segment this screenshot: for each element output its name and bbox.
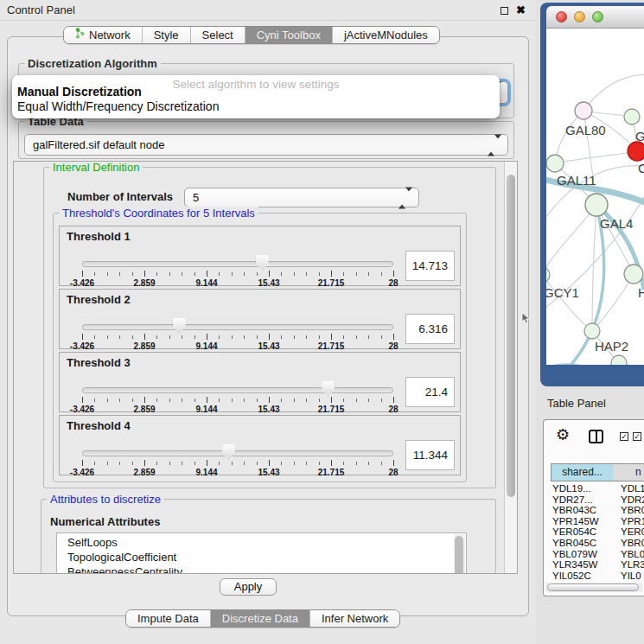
- threshold-slider[interactable]: -3.4262.8599.14415.4321.71528: [82, 379, 393, 413]
- tab-discretize-data[interactable]: Discretize Data: [210, 610, 309, 627]
- slider-handle[interactable]: [256, 255, 269, 271]
- table-row[interactable]: YDR27...YDR2: [544, 494, 644, 506]
- algorithm-dropdown-popup: Select algorithm to view settings Manual…: [12, 75, 500, 118]
- threshold-label: Threshold 1: [67, 230, 131, 243]
- node-label: H: [638, 285, 644, 300]
- network-window-titlebar: [546, 6, 644, 29]
- number-of-intervals-combobox[interactable]: 5: [184, 188, 419, 207]
- threshold-slider[interactable]: -3.4262.8599.14415.4321.71528: [82, 316, 393, 350]
- horizontal-scrollbar[interactable]: [545, 583, 642, 592]
- tab-cyni-toolbox[interactable]: Cyni Toolbox: [245, 27, 332, 43]
- tick-label: 15.43: [258, 278, 279, 288]
- table-row[interactable]: YBR045CYBR0: [544, 538, 644, 549]
- vertical-scrollbar[interactable]: [504, 162, 517, 573]
- settings-scrollpane: Interval Definition Number of Intervals …: [13, 161, 518, 574]
- network-node[interactable]: [624, 109, 640, 124]
- table-row[interactable]: YPR145WYPR1: [544, 516, 644, 527]
- slider-handle[interactable]: [322, 381, 335, 397]
- tab-label: Network: [89, 27, 131, 43]
- threshold-value-field[interactable]: 6.316: [405, 314, 455, 344]
- table-row[interactable]: YBR043CYBR0: [544, 505, 644, 516]
- tick-label: 28: [388, 468, 398, 477]
- minimize-traffic-light-icon[interactable]: [574, 11, 585, 22]
- tab-impute-data[interactable]: Impute Data: [126, 610, 210, 627]
- thresholds-group-title: Threshold's Coordinates for 5 Intervals: [59, 207, 258, 220]
- threshold-label: Threshold 4: [67, 419, 131, 432]
- slider-handle[interactable]: [173, 318, 186, 334]
- tab-jactivemnodules[interactable]: jActiveMNodules: [332, 27, 439, 43]
- zoom-traffic-light-icon[interactable]: [592, 11, 603, 22]
- tick-label: 28: [388, 341, 398, 351]
- gear-icon[interactable]: ⚙: [556, 425, 570, 444]
- close-icon[interactable]: ✖: [516, 3, 526, 17]
- tick-label: 2.859: [133, 341, 155, 351]
- network-node[interactable]: [624, 265, 643, 284]
- checkbox-icon[interactable]: ✓: [633, 432, 641, 441]
- tick-label: 9.144: [195, 278, 217, 288]
- column-header-shared-name[interactable]: shared...: [551, 463, 614, 481]
- tick-label: 2.859: [133, 468, 155, 477]
- table-row[interactable]: YDL19...YDL1: [544, 483, 644, 494]
- table-data-group: Table Data galFiltered.sif default node: [18, 121, 514, 159]
- dropdown-option[interactable]: Manual Discretization: [17, 85, 494, 99]
- network-node[interactable]: [575, 102, 592, 119]
- tab-style[interactable]: Style: [142, 27, 190, 43]
- attributes-group-title: Attributes to discretize: [47, 493, 164, 506]
- list-item[interactable]: SelfLoops: [57, 535, 466, 550]
- tab-label: Infer Network: [322, 610, 388, 627]
- threshold-panel: Threshold 1-3.4262.8599.14415.4321.71528…: [59, 226, 461, 286]
- mouse-cursor: [521, 312, 531, 325]
- table-row[interactable]: YIL052CYIL0: [544, 571, 644, 582]
- threshold-value-field[interactable]: 11.344: [405, 440, 455, 470]
- table-data-combobox[interactable]: galFiltered.sif default node: [24, 134, 508, 156]
- apply-button[interactable]: Apply: [220, 578, 277, 596]
- threshold-value-field[interactable]: 14.713: [405, 251, 455, 281]
- node-label: GAL80: [565, 123, 606, 137]
- column-header-name[interactable]: n: [613, 463, 644, 481]
- scrollbar-thumb[interactable]: [507, 175, 515, 497]
- slider-track[interactable]: [82, 450, 393, 456]
- tab-label: Discretize Data: [222, 610, 298, 627]
- slider-track[interactable]: [82, 324, 393, 330]
- algorithm-dropdown-options: Manual DiscretizationEqual Width/Frequen…: [17, 85, 494, 113]
- combo-stepper-icon: [399, 188, 412, 207]
- table-rows: YDL19...YDL1YDR27...YDR2YBR043CYBR0YPR14…: [544, 483, 644, 581]
- threshold-value-field[interactable]: 21.4: [405, 377, 455, 407]
- split-columns-icon[interactable]: [589, 430, 603, 443]
- table-row[interactable]: YER054CYER0: [544, 526, 644, 538]
- network-node[interactable]: [546, 267, 550, 283]
- node-label: GAL4: [600, 216, 633, 231]
- slider-track[interactable]: [82, 387, 393, 393]
- threshold-slider[interactable]: -3.4262.8599.14415.4321.71528: [82, 442, 393, 476]
- table-row[interactable]: YLR345WYLR3: [544, 559, 644, 571]
- network-node[interactable]: [585, 194, 608, 216]
- dropdown-option[interactable]: Equal Width/Frequency Discretization: [17, 99, 494, 114]
- network-node[interactable]: [584, 323, 600, 339]
- network-view-window[interactable]: GAL80GCGAL11GAL4GCY1HHAP2: [540, 3, 644, 386]
- list-scrollbar[interactable]: [454, 534, 465, 574]
- tab-network[interactable]: Network: [64, 27, 142, 43]
- table-row[interactable]: YBL079WYBL0: [544, 549, 644, 560]
- network-node[interactable]: [546, 155, 564, 172]
- threshold-slider[interactable]: -3.4262.8599.14415.4321.71528: [82, 252, 393, 287]
- tab-infer-network[interactable]: Infer Network: [309, 610, 399, 627]
- close-traffic-light-icon[interactable]: [556, 11, 567, 22]
- tick-label: 15.43: [258, 405, 279, 414]
- numerical-attributes-list[interactable]: SelfLoopsTopologicalCoefficientBetweenne…: [56, 532, 467, 574]
- list-item[interactable]: BetweennessCentrality: [57, 564, 466, 574]
- network-node[interactable]: [628, 142, 644, 161]
- tab-label: jActiveMNodules: [344, 27, 428, 43]
- list-item[interactable]: TopologicalCoefficient: [57, 550, 466, 564]
- slider-handle[interactable]: [222, 444, 235, 460]
- float-window-icon[interactable]: [501, 7, 508, 15]
- tick-label: 28: [388, 405, 398, 414]
- checkbox-icon[interactable]: ✓: [620, 432, 628, 441]
- tick-label: 21.715: [318, 278, 345, 288]
- tab-select[interactable]: Select: [190, 27, 245, 43]
- tick-label: 9.144: [195, 405, 217, 414]
- tick-label: 21.715: [318, 468, 345, 477]
- tick-label: 15.43: [258, 468, 279, 477]
- scrollbar-thumb[interactable]: [547, 583, 639, 591]
- slider-track[interactable]: [82, 261, 393, 267]
- network-canvas[interactable]: GAL80GCGAL11GAL4GCY1HHAP2: [546, 29, 644, 365]
